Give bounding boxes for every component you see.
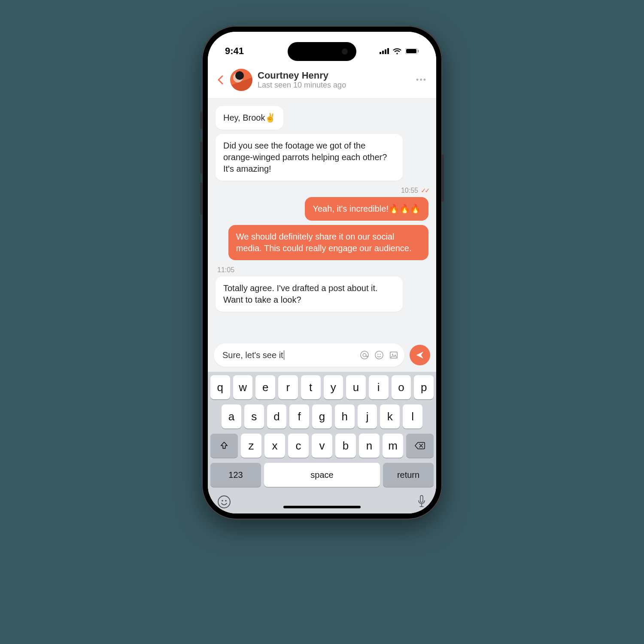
key-f[interactable]: f: [289, 404, 309, 428]
svg-point-9: [375, 351, 383, 359]
key-x[interactable]: x: [264, 434, 285, 458]
keyboard: qwertyuiop asdfghjkl zxcvbnm 123 space r…: [208, 372, 436, 513]
status-time: 9:41: [225, 46, 244, 57]
read-receipt-icon: ✓✓: [421, 187, 428, 194]
message-input[interactable]: Sure, let's see it: [214, 343, 404, 367]
svg-point-8: [363, 353, 366, 356]
keyboard-row-2: asdfghjkl: [210, 404, 434, 428]
composer-row: Sure, let's see it: [208, 343, 436, 372]
keyboard-row-4: 123 space return: [210, 463, 434, 487]
message-outgoing[interactable]: We should definitely share it on our soc…: [228, 225, 428, 260]
home-indicator[interactable]: [283, 506, 361, 508]
message-time: 11:05: [217, 266, 234, 274]
key-o[interactable]: o: [392, 375, 411, 399]
key-g[interactable]: g: [312, 404, 332, 428]
key-v[interactable]: v: [312, 434, 332, 458]
volume-down-button: [200, 182, 202, 215]
key-m[interactable]: m: [383, 434, 403, 458]
dictation-icon[interactable]: [416, 495, 427, 509]
message-incoming[interactable]: Hey, Brook✌️: [216, 106, 283, 130]
svg-rect-2: [385, 49, 386, 54]
image-icon[interactable]: [389, 350, 398, 360]
key-e[interactable]: e: [255, 375, 275, 399]
message-incoming[interactable]: Totally agree. I've drafted a post about…: [216, 276, 403, 312]
message-meta: 10:55 ✓✓: [401, 187, 428, 194]
key-s[interactable]: s: [244, 404, 264, 428]
chat-header: Courtney Henry Last seen 10 minutes ago …: [208, 63, 436, 98]
message-meta: 11:05: [216, 266, 234, 274]
header-text: Courtney Henry Last seen 10 minutes ago: [258, 70, 411, 90]
last-seen-text: Last seen 10 minutes ago: [258, 81, 411, 90]
back-button[interactable]: [217, 75, 225, 85]
key-l[interactable]: l: [403, 404, 422, 428]
phone-frame: 9:41 Courtney Henry Last seen 10 minutes…: [202, 26, 442, 519]
svg-point-11: [380, 354, 381, 355]
emoji-keyboard-icon[interactable]: [217, 495, 231, 509]
svg-rect-6: [418, 50, 419, 52]
emoji-icon[interactable]: [374, 350, 384, 360]
text-cursor: [284, 350, 285, 360]
svg-point-7: [361, 351, 368, 359]
message-incoming[interactable]: Did you see the footage we got of the or…: [216, 134, 403, 181]
key-y[interactable]: y: [324, 375, 343, 399]
side-button: [200, 112, 202, 129]
key-a[interactable]: a: [222, 404, 241, 428]
svg-rect-1: [382, 51, 384, 54]
cellular-icon: [380, 48, 389, 54]
message-time: 10:55: [401, 187, 418, 194]
key-h[interactable]: h: [335, 404, 355, 428]
svg-rect-0: [380, 52, 381, 54]
send-button[interactable]: [410, 345, 430, 365]
message-outgoing[interactable]: Yeah, it's incredible!🔥🔥🔥: [305, 197, 428, 221]
return-key[interactable]: return: [383, 463, 434, 487]
keyboard-row-1: qwertyuiop: [210, 375, 434, 399]
numeric-key[interactable]: 123: [210, 463, 261, 487]
volume-up-button: [200, 142, 202, 174]
svg-rect-17: [420, 495, 423, 502]
message-input-text[interactable]: Sure, let's see it: [222, 350, 355, 360]
input-value: Sure, let's see it: [222, 350, 283, 360]
key-b[interactable]: b: [335, 434, 356, 458]
screen: 9:41 Courtney Henry Last seen 10 minutes…: [208, 32, 436, 513]
dynamic-island: [288, 42, 356, 61]
key-n[interactable]: n: [359, 434, 380, 458]
key-d[interactable]: d: [267, 404, 287, 428]
svg-point-15: [222, 500, 223, 501]
key-t[interactable]: t: [301, 375, 321, 399]
key-w[interactable]: w: [233, 375, 253, 399]
svg-point-10: [377, 354, 378, 355]
shift-key[interactable]: [210, 434, 238, 458]
key-q[interactable]: q: [210, 375, 230, 399]
key-p[interactable]: p: [414, 375, 434, 399]
key-c[interactable]: c: [288, 434, 309, 458]
svg-point-14: [218, 496, 230, 508]
mention-icon[interactable]: [360, 350, 369, 360]
key-k[interactable]: k: [380, 404, 400, 428]
key-u[interactable]: u: [346, 375, 366, 399]
contact-name: Courtney Henry: [258, 70, 411, 81]
key-r[interactable]: r: [278, 375, 298, 399]
avatar[interactable]: [230, 69, 252, 91]
key-i[interactable]: i: [369, 375, 389, 399]
backspace-key[interactable]: [406, 434, 434, 458]
keyboard-row-3: zxcvbnm: [210, 434, 434, 458]
key-j[interactable]: j: [358, 404, 377, 428]
svg-point-16: [225, 500, 226, 501]
key-z[interactable]: z: [241, 434, 261, 458]
power-button: [442, 155, 444, 202]
message-list[interactable]: Hey, Brook✌️ Did you see the footage we …: [208, 98, 436, 343]
wifi-icon: [392, 48, 402, 55]
battery-icon: [405, 48, 419, 54]
space-key[interactable]: space: [264, 463, 380, 487]
svg-point-13: [392, 354, 393, 355]
svg-rect-3: [387, 48, 389, 54]
svg-rect-5: [406, 49, 416, 53]
status-icons: [380, 48, 419, 55]
more-options-button[interactable]: •••: [416, 76, 427, 85]
